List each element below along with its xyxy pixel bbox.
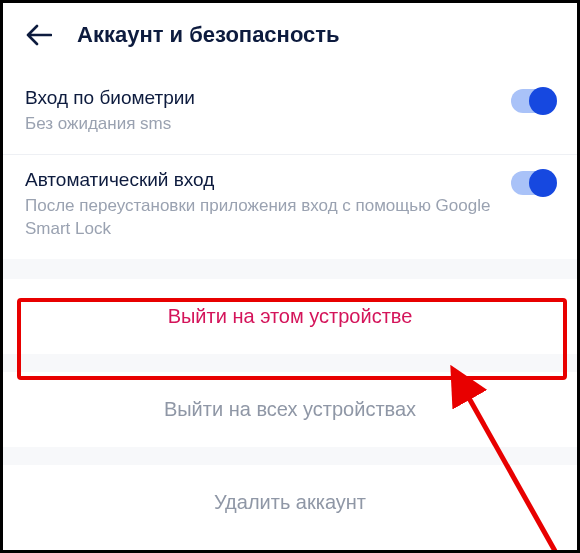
logout-this-device-button[interactable]: Выйти на этом устройстве	[3, 279, 577, 354]
setting-biometric-title: Вход по биометрии	[25, 87, 491, 109]
setting-autologin: Автоматический вход После переустановки …	[3, 155, 577, 259]
action-section: Выйти на этом устройстве Выйти на всех у…	[3, 259, 577, 540]
setting-autologin-title: Автоматический вход	[25, 169, 491, 191]
setting-biometric-subtitle: Без ожидания sms	[25, 113, 491, 136]
autologin-toggle[interactable]	[511, 171, 555, 195]
setting-biometric: Вход по биометрии Без ожидания sms	[3, 73, 577, 155]
logout-all-devices-button[interactable]: Выйти на всех устройствах	[3, 372, 577, 447]
delete-account-button[interactable]: Удалить аккаунт	[3, 465, 577, 540]
page-title: Аккаунт и безопасность	[77, 22, 340, 48]
back-arrow-icon[interactable]	[25, 21, 53, 49]
biometric-toggle[interactable]	[511, 89, 555, 113]
setting-autologin-subtitle: После переустановки приложения вход с по…	[25, 195, 491, 241]
header: Аккаунт и безопасность	[3, 3, 577, 73]
